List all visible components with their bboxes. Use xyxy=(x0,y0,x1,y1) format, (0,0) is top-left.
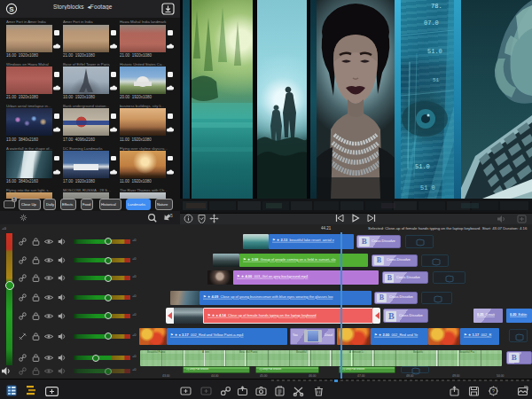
svg-text:B: B xyxy=(362,237,367,246)
svg-text:B: B xyxy=(388,311,395,321)
svg-text:S: S xyxy=(9,5,14,13)
svg-text:B: B xyxy=(387,274,392,282)
svg-text:5: 5 xyxy=(170,213,173,218)
svg-text:78.: 78. xyxy=(431,3,442,10)
svg-text:51.0: 51.0 xyxy=(427,48,442,55)
svg-text:B: B xyxy=(512,353,517,362)
svg-text:B: B xyxy=(379,293,385,301)
svg-text:51: 51 xyxy=(433,77,440,83)
svg-text:51 0: 51 0 xyxy=(420,184,435,192)
svg-text:B: B xyxy=(377,256,382,264)
svg-text:?: ? xyxy=(492,388,496,394)
svg-text:51.0: 51.0 xyxy=(415,163,430,170)
svg-text:07.0: 07.0 xyxy=(424,20,439,27)
